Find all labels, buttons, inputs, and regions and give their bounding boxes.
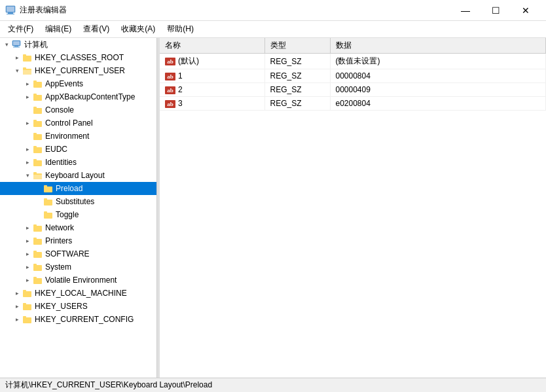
folder-icon: [33, 92, 43, 101]
svg-rect-7: [13, 47, 20, 48]
tree-node-appevents[interactable]: ▸ AppEvents: [0, 77, 156, 90]
table-row[interactable]: ab3REG_SZe0200804: [160, 97, 546, 111]
tree-node-computer[interactable]: ▾ 计算机: [0, 38, 156, 51]
app-icon: [5, 5, 16, 16]
tree-label: Toggle: [56, 210, 79, 219]
reg-value-icon: ab: [165, 73, 175, 80]
cell-data: (数值未设置): [330, 54, 546, 69]
tree-label: Keyboard Layout: [45, 171, 105, 180]
svg-rect-17: [33, 108, 42, 114]
folder-icon: [22, 289, 33, 298]
svg-rect-44: [33, 278, 42, 284]
tree-node-system[interactable]: ▸ System: [0, 260, 156, 274]
minimize-button[interactable]: —: [450, 0, 481, 21]
tree-node-console[interactable]: Console: [0, 103, 156, 116]
menu-help[interactable]: 帮助(H): [162, 22, 199, 37]
folder-icon: [22, 302, 33, 311]
tree-label: AppXBackupContentType: [45, 92, 135, 101]
table-row[interactable]: ab(默认)REG_SZ(数值未设置): [160, 54, 546, 69]
menu-bar: 文件(F) 编辑(E) 查看(V) 收藏夹(A) 帮助(H): [0, 21, 546, 38]
tree-node-hkey_current_user[interactable]: ▾ HKEY_CURRENT_USER: [0, 64, 156, 77]
close-button[interactable]: ✕: [511, 0, 541, 21]
maximize-button[interactable]: ☐: [481, 0, 511, 21]
main-content: ▾ 计算机▸ HKEY_CLASSES_ROOT▾ HKEY_CURRENT_U…: [0, 38, 546, 378]
expand-arrow: ▸: [22, 159, 33, 166]
expand-arrow: ▸: [22, 238, 33, 244]
tree-label: Substitutes: [56, 197, 94, 206]
folder-icon: [22, 66, 33, 75]
tree-node-identities[interactable]: ▸ Identities: [0, 156, 156, 169]
svg-rect-48: [23, 304, 31, 310]
reg-value-icon: ab: [165, 86, 175, 94]
menu-view[interactable]: 查看(V): [78, 22, 115, 37]
tree-label: Environment: [45, 132, 89, 141]
svg-rect-2: [8, 12, 13, 14]
folder-icon: [33, 105, 43, 115]
tree-panel[interactable]: ▾ 计算机▸ HKEY_CLASSES_ROOT▾ HKEY_CURRENT_U…: [0, 38, 157, 378]
table-row[interactable]: ab1REG_SZ00000804: [160, 69, 546, 83]
svg-rect-33: [44, 198, 47, 200]
tree-node-substitutes[interactable]: Substitutes: [0, 195, 156, 208]
cell-type: REG_SZ: [264, 69, 330, 83]
tree-label: HKEY_USERS: [35, 302, 88, 311]
tree-node-hkey_local_machine[interactable]: ▸ HKEY_LOCAL_MACHINE: [0, 287, 156, 300]
expand-arrow: ▸: [22, 120, 33, 126]
tree-node-volatile_env[interactable]: ▸ Volatile Environment: [0, 274, 156, 287]
tree-node-network[interactable]: ▸ Network: [0, 221, 156, 234]
cell-name: ab2: [160, 83, 264, 97]
folder-icon: [43, 210, 54, 219]
title-buttons: — ☐ ✕: [450, 0, 541, 21]
svg-rect-43: [33, 264, 37, 266]
svg-rect-31: [44, 185, 47, 187]
tree-node-hkey_users[interactable]: ▸ HKEY_USERS: [0, 300, 156, 313]
cell-data: 00000409: [330, 83, 546, 97]
menu-favorites[interactable]: 收藏夹(A): [116, 22, 160, 37]
tree-label: Identities: [45, 158, 77, 167]
svg-rect-36: [33, 226, 42, 232]
expand-arrow: ▸: [12, 303, 22, 310]
svg-rect-23: [33, 147, 42, 153]
svg-rect-19: [33, 121, 42, 127]
svg-rect-28: [33, 172, 37, 174]
table-row[interactable]: ab2REG_SZ00000409: [160, 83, 546, 97]
expand-arrow: ▸: [22, 94, 33, 100]
tree-label: Printers: [45, 236, 72, 245]
svg-rect-18: [33, 107, 37, 109]
tree-node-software[interactable]: ▸ SOFTWARE: [0, 247, 156, 260]
menu-file[interactable]: 文件(F): [3, 22, 39, 37]
expand-arrow: ▸: [22, 277, 33, 283]
folder-icon: [12, 40, 22, 49]
svg-rect-41: [33, 251, 37, 253]
tree-node-hkey_current_config[interactable]: ▸ HKEY_CURRENT_CONFIG: [0, 313, 156, 326]
folder-icon: [33, 118, 43, 128]
folder-icon: [22, 315, 33, 324]
tree-node-printers[interactable]: ▸ Printers: [0, 234, 156, 247]
svg-rect-16: [33, 94, 37, 96]
svg-rect-20: [33, 120, 37, 122]
tree-node-environment[interactable]: Environment: [0, 130, 156, 143]
tree-node-hkey_classes_root[interactable]: ▸ HKEY_CLASSES_ROOT: [0, 51, 156, 64]
svg-rect-51: [23, 316, 26, 318]
tree-node-keyboard_layout[interactable]: ▾ Keyboard Layout: [0, 169, 156, 182]
expand-arrow: ▾: [1, 41, 12, 48]
cell-data: e0200804: [330, 97, 546, 111]
col-name: 名称: [160, 38, 264, 54]
tree-node-preload[interactable]: Preload: [0, 182, 156, 195]
tree-node-control_panel[interactable]: ▸ Control Panel: [0, 116, 156, 130]
svg-rect-40: [33, 252, 42, 258]
expand-arrow: ▸: [22, 146, 33, 152]
window-title: 注册表编辑器: [20, 5, 67, 16]
svg-rect-37: [33, 224, 37, 226]
title-bar: 注册表编辑器 — ☐ ✕: [0, 0, 546, 21]
folder-icon: [43, 184, 54, 193]
tree-node-appxbackup[interactable]: ▸ AppXBackupContentType: [0, 90, 156, 103]
tree-node-eudc[interactable]: ▸ EUDC: [0, 143, 156, 156]
folder-icon: [33, 171, 43, 180]
svg-rect-47: [23, 290, 26, 292]
svg-rect-42: [33, 265, 42, 271]
tree-node-toggle[interactable]: Toggle: [0, 208, 156, 221]
svg-rect-46: [23, 291, 31, 297]
tree-label: System: [45, 262, 71, 272]
menu-edit[interactable]: 编辑(E): [40, 22, 77, 37]
tree-label: Control Panel: [45, 118, 93, 128]
